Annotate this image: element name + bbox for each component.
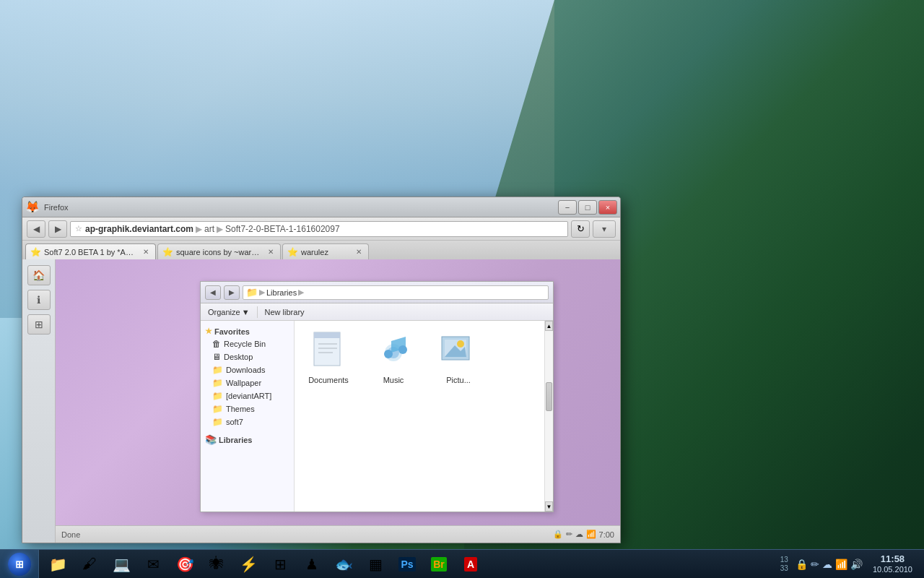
desktop-icon-small: 🖥 [212, 352, 221, 362]
taskbar-icon-mail[interactable]: ✉ [138, 551, 168, 577]
deviantart-label: [deviantART] [226, 392, 271, 400]
nav-panel: ★ Favorites 🗑 Recycle Bin 🖥 Desktop 📁 [201, 321, 295, 512]
favorites-header[interactable]: ★ Favorites [201, 325, 294, 337]
tab-square-icons[interactable]: ⭐ square icons by ~warulez ✕ [157, 243, 281, 259]
favorites-label: Favorites [214, 327, 250, 336]
explorer-toolbar: Organize ▼ New library [201, 303, 553, 321]
browser-title-text: Firefox [44, 203, 69, 212]
explorer-path-arrow: ▶ [259, 288, 265, 297]
address-text: ap-graphik.deviantart.com [85, 224, 193, 234]
sidebar-grid-button[interactable]: ⊞ [27, 314, 51, 335]
deviantart-folder-icon: 📁 [212, 391, 223, 401]
system-lock-icon[interactable]: 🔒 [796, 558, 808, 570]
system-volume-icon[interactable]: 🔊 [850, 558, 863, 570]
taskbar-icon-app6[interactable]: 🕷 [201, 551, 232, 577]
sidebar-info-button[interactable]: ℹ [27, 290, 51, 310]
taskbar-icon-ps[interactable]: Ps [392, 551, 422, 577]
refresh-button[interactable]: ↻ [571, 220, 590, 238]
tab3-close-button[interactable]: ✕ [354, 247, 364, 257]
taskbar-icon-steam[interactable]: ♟ [297, 551, 327, 577]
folder-icon: 📁 [49, 556, 67, 573]
mail-icon: ✉ [147, 556, 160, 573]
browser-navbar: ◀ ▶ ☆ ap-graphik.deviantart.com ▶ art ▶ … [22, 217, 620, 241]
wallpaper-folder-icon: 📁 [212, 378, 223, 388]
soft7-label: soft7 [226, 418, 243, 426]
taskbar-icon-lightning[interactable]: ⚡ [233, 551, 263, 577]
start-button[interactable]: ⊞ [0, 550, 39, 579]
address-separator2: ▶ [217, 224, 223, 234]
nav-item-recycle-bin[interactable]: 🗑 Recycle Bin [201, 337, 294, 350]
tab1-label: Soft7 2.0 BETA 1 by *AP-GRAPHIK [44, 248, 138, 256]
organize-button[interactable]: Organize ▼ [205, 306, 253, 318]
taskbar-icon-target[interactable]: 🎯 [170, 551, 200, 577]
menu-button[interactable]: ▾ [593, 220, 616, 238]
library-item-pictures[interactable]: Pictu... [433, 329, 484, 503]
nav-item-themes[interactable]: 📁 Themes [201, 402, 294, 415]
maximize-button[interactable]: □ [578, 200, 597, 215]
taskbar-icon-acrobat[interactable]: A [456, 551, 486, 577]
library-item-music[interactable]: Music [368, 329, 419, 503]
organize-label: Organize [208, 308, 240, 316]
system-signal-icon[interactable]: 📶 [835, 558, 847, 570]
edit-icon: ✏ [566, 530, 572, 539]
taskbar-icon-windows[interactable]: ⊞ [265, 551, 295, 577]
security-icon: 🔒 [553, 530, 563, 539]
soft7-folder-icon: 📁 [212, 417, 223, 427]
pictures-icon [439, 329, 478, 373]
nav-item-wallpaper[interactable]: 📁 Wallpaper [201, 376, 294, 389]
downloads-folder-icon: 📁 [212, 365, 223, 375]
clock[interactable]: 11:58 10.05.2010 [867, 552, 918, 576]
back-button[interactable]: ◀ [27, 220, 45, 238]
minimize-button[interactable]: − [558, 200, 577, 215]
system-edit-icon[interactable]: ✏ [811, 558, 819, 570]
tab1-favicon-icon: ⭐ [30, 247, 41, 257]
address-bar[interactable]: ☆ ap-graphik.deviantart.com ▶ art ▶ Soft… [70, 221, 568, 237]
system-network-icon[interactable]: ☁ [822, 558, 832, 570]
scroll-thumb[interactable] [546, 382, 552, 411]
taskbar-items: 📁 🖌 💻 ✉ 🎯 🕷 ⚡ ⊞ ♟ 🐟 ▦ Ps Br A [39, 550, 772, 578]
svg-point-8 [398, 345, 407, 354]
taskbar-icon-fish[interactable]: 🐟 [328, 551, 359, 577]
system-icons: 🔒 ✏ ☁ 📶 🔊 [791, 558, 867, 570]
libraries-folder-icon: 📚 [205, 434, 217, 445]
forward-button[interactable]: ▶ [48, 220, 67, 238]
battery-indicator: 13 33 [777, 556, 791, 573]
bridge-icon: Br [431, 557, 447, 571]
address-star-icon: ☆ [75, 224, 82, 233]
tab-warulez[interactable]: ⭐ warulez ✕ [282, 243, 369, 259]
star-icon: ★ [205, 327, 212, 336]
taskbar-icon-terminal[interactable]: 💻 [106, 551, 136, 577]
explorer-address-bar[interactable]: 📁 ▶ Libraries ▶ [243, 285, 549, 300]
terminal-icon: 💻 [113, 556, 131, 573]
taskbar-icon-br[interactable]: Br [424, 551, 454, 577]
tab-soft7[interactable]: ⭐ Soft7 2.0 BETA 1 by *AP-GRAPHIK ✕ [25, 243, 156, 259]
libraries-label: Libraries [219, 436, 252, 444]
explorer-scrollbar[interactable]: ▲ ▼ [544, 321, 553, 512]
status-zoom: 7:00 [599, 530, 614, 539]
new-library-button[interactable]: New library [262, 306, 308, 318]
nav-item-downloads[interactable]: 📁 Downloads [201, 363, 294, 376]
explorer-body: ★ Favorites 🗑 Recycle Bin 🖥 Desktop 📁 [201, 321, 553, 512]
scroll-down-button[interactable]: ▼ [545, 501, 553, 512]
nav-item-soft7[interactable]: 📁 soft7 [201, 415, 294, 428]
close-button[interactable]: × [598, 200, 617, 215]
explorer-main-content: Documents Mus [295, 321, 544, 512]
library-item-documents[interactable]: Documents [303, 329, 354, 503]
explorer-forward-button[interactable]: ▶ [224, 285, 240, 300]
tab2-close-button[interactable]: ✕ [266, 247, 276, 257]
taskbar-icon-folder[interactable]: 📁 [43, 551, 73, 577]
libraries-header[interactable]: 📚 Libraries [201, 433, 294, 447]
nav-item-deviantart[interactable]: 📁 [deviantART] [201, 389, 294, 402]
scroll-up-button[interactable]: ▲ [545, 321, 553, 331]
start-orb: ⊞ [8, 553, 31, 576]
taskbar-icon-grid[interactable]: ▦ [360, 551, 391, 577]
sidebar-home-button[interactable]: 🏠 [27, 265, 51, 285]
nav-item-desktop[interactable]: 🖥 Desktop [201, 350, 294, 363]
themes-label: Themes [226, 405, 255, 413]
tab1-close-button[interactable]: ✕ [141, 247, 151, 257]
explorer-back-button[interactable]: ◀ [205, 285, 221, 300]
downloads-label: Downloads [226, 366, 265, 374]
taskbar: ⊞ 📁 🖌 💻 ✉ 🎯 🕷 ⚡ ⊞ ♟ 🐟 ▦ Ps Br A 13 33 [0, 549, 924, 578]
new-library-label: New library [265, 308, 305, 316]
taskbar-icon-paint[interactable]: 🖌 [74, 551, 105, 577]
